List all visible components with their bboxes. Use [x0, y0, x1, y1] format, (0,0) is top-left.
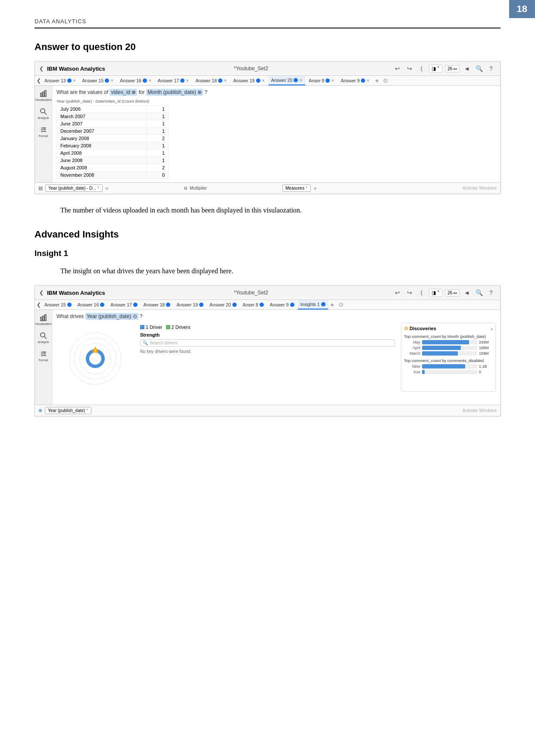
tab-gear-icon[interactable]: ⚙	[381, 77, 390, 84]
tab-answer16[interactable]: Answer 16 ✕	[117, 76, 154, 85]
toolbar-icons-2: ↩ ↪ ⟨ ◨ ˅ 26aa ◄ 🔍 ?	[393, 288, 496, 297]
bar-track-april	[422, 346, 477, 350]
table-cell-value: 1	[147, 113, 169, 120]
svg-rect-9	[41, 317, 42, 321]
bar-row-false: false 1.1B	[404, 364, 493, 369]
table-cell-month: December 2007	[57, 128, 147, 135]
table-row: January 20082	[57, 135, 169, 142]
redo-icon-2[interactable]: ↪	[405, 288, 414, 297]
bar-fill-may	[422, 340, 469, 344]
tab-answer19[interactable]: Answer 19 ✕	[231, 76, 268, 85]
sidebar-format[interactable]: Format	[38, 125, 50, 137]
table-row: April 20081	[57, 150, 169, 157]
tabs-left-arrow[interactable]: ❮	[37, 78, 41, 84]
watson-titlebar-2: ❮ IBM Watson Analytics *Youtube_Set2 ↩ ↪…	[35, 286, 500, 300]
watson-titlebar-1: ❮ IBM Watson Analytics *Youtube_Set2 ↩ ↪…	[35, 62, 500, 76]
search-drivers-box[interactable]: 🔍 Search drivers	[140, 339, 395, 347]
undo-icon-2[interactable]: ↩	[393, 288, 402, 297]
watson-window-1: ❮ IBM Watson Analytics *Youtube_Set2 ↩ ↪…	[34, 61, 501, 194]
tab2-answer18[interactable]: Answer 18	[141, 300, 173, 309]
table-cell-month: August 2008	[57, 164, 147, 172]
search-icon-2[interactable]: 🔍	[474, 288, 484, 297]
donut-chart: !	[56, 323, 134, 392]
tab2-insights1[interactable]: Insights 1	[298, 300, 328, 309]
tab-answer17[interactable]: Answer 17 ✕	[155, 76, 192, 85]
sidebar-visualization-2[interactable]: Visualization	[38, 313, 50, 325]
discoveries-header: ⚙ Discoveries ›	[404, 326, 493, 331]
svg-rect-11	[45, 315, 46, 321]
bar-label-may: May	[404, 340, 420, 344]
add-tab-btn[interactable]: +	[373, 77, 380, 84]
dim-dropdown-icon: ˅	[97, 186, 100, 191]
svg-rect-1	[43, 92, 44, 97]
tab2-answer17[interactable]: Answer 17	[108, 300, 140, 309]
tab2-answer20[interactable]: Answer 20	[207, 300, 239, 309]
disc-section2-title: Top comment_count by comments_disabled	[404, 358, 493, 363]
sidebar-visualization[interactable]: Visualization	[38, 89, 50, 101]
multiplier-label-1: Multiplier	[190, 186, 207, 191]
activate-windows-2: Activate Windows	[463, 408, 497, 413]
tab-answer18[interactable]: Answer 18 ✕	[193, 76, 230, 85]
tab2-anser8[interactable]: Anser 8	[240, 300, 266, 309]
capture-btn-2[interactable]: ◨ ˅	[429, 289, 442, 297]
search-magnifier-icon: 🔍	[143, 341, 148, 345]
chevron-left-icon[interactable]: ❮	[39, 66, 44, 72]
tab2-answer15[interactable]: Answer 15	[42, 300, 74, 309]
sidebar-analysis[interactable]: Analysis	[38, 107, 50, 119]
help-icon-2[interactable]: ?	[486, 288, 496, 297]
back-icon[interactable]: ◄	[462, 64, 472, 73]
watson-sidebar-2: Visualization Analysis	[35, 310, 52, 405]
watson-body-1: Visualization Analysis	[35, 86, 500, 182]
tab-answer15[interactable]: Answer 15 ✕	[80, 76, 117, 85]
bar-track-true	[422, 370, 477, 374]
tab-answer13[interactable]: Answer 13 ✕	[42, 76, 79, 85]
table-cell-value: 1	[147, 142, 169, 150]
chevron-left-icon-2[interactable]: ❮	[39, 290, 44, 296]
size-btn-2[interactable]: 26aa	[445, 289, 460, 297]
tab2-answer9[interactable]: Answer 9	[267, 300, 297, 309]
dim-pill-1[interactable]: Year (publish_date) - D... ˅	[45, 184, 103, 192]
sidebar-analysis-2[interactable]: Analysis	[38, 331, 50, 344]
tab-gear-icon-2[interactable]: ⚙	[337, 301, 346, 308]
insight-layout: ! 1 Driver 2 Drivers	[56, 323, 496, 392]
tab2-answer16[interactable]: Answer 16	[75, 300, 107, 309]
tab-answer9[interactable]: Answer 9 ✕	[338, 76, 372, 85]
tab-anser8[interactable]: Anser 8 ✕	[306, 76, 337, 85]
share-icon[interactable]: ⟨	[417, 64, 426, 73]
watson-body-2: Visualization Analysis	[35, 310, 500, 405]
add-dim-btn[interactable]: +	[105, 185, 109, 192]
bar-label-true: true	[404, 370, 420, 374]
share-icon-2[interactable]: ⟨	[417, 288, 426, 297]
help-icon[interactable]: ?	[486, 64, 496, 73]
bar-row-may: May 243M	[404, 340, 493, 344]
plus-icon-2[interactable]: ⊕	[38, 408, 42, 413]
add-tab-btn-2[interactable]: +	[329, 301, 336, 308]
table-cell-month: January 2008	[57, 135, 147, 142]
measures-pill-1[interactable]: Measures ˅	[282, 184, 311, 192]
redo-icon[interactable]: ↪	[405, 64, 414, 73]
tabs-left-arrow-2[interactable]: ❮	[37, 302, 41, 308]
back-icon-2[interactable]: ◄	[462, 288, 472, 297]
filter-icon[interactable]: ▤	[38, 185, 43, 191]
tab-answer20[interactable]: Answer 20 ✕	[269, 76, 306, 85]
toolbar-icons-1: ↩ ↪ ⟨ ◨ ˅ 26aa ◄ 🔍 ?	[393, 64, 496, 73]
capture-btn[interactable]: ◨ ˅	[429, 65, 442, 73]
tab2-answer19[interactable]: Answer 19	[174, 300, 206, 309]
filename-1: *Youtube_Set2	[113, 66, 389, 72]
add-measure-btn[interactable]: +	[313, 185, 317, 192]
undo-icon[interactable]: ↩	[393, 64, 402, 73]
table-subtitle: Year (publish_date) - Date/video_id (Cou…	[56, 99, 496, 103]
table-row: December 20071	[57, 128, 169, 135]
table-row: August 20082	[57, 164, 169, 172]
section1-title: Answer to question 20	[34, 41, 501, 53]
drivers-panel: 1 Driver 2 Drivers Strength 🔍 Search dri…	[138, 323, 397, 392]
search-icon[interactable]: 🔍	[474, 64, 484, 73]
dim-pill-2[interactable]: Year (publish_date) ˅	[45, 407, 91, 414]
discoveries-more-btn[interactable]: ›	[491, 326, 493, 331]
app-name-2: IBM Watson Analytics	[47, 290, 105, 296]
activate-windows-1: Activate Windows	[463, 186, 497, 191]
multiplier-icon[interactable]: ⧉	[184, 186, 187, 191]
dim-dropdown-icon-2: ˅	[86, 409, 88, 413]
size-btn[interactable]: 26aa	[445, 65, 460, 72]
sidebar-format-2[interactable]: Format	[38, 350, 50, 362]
